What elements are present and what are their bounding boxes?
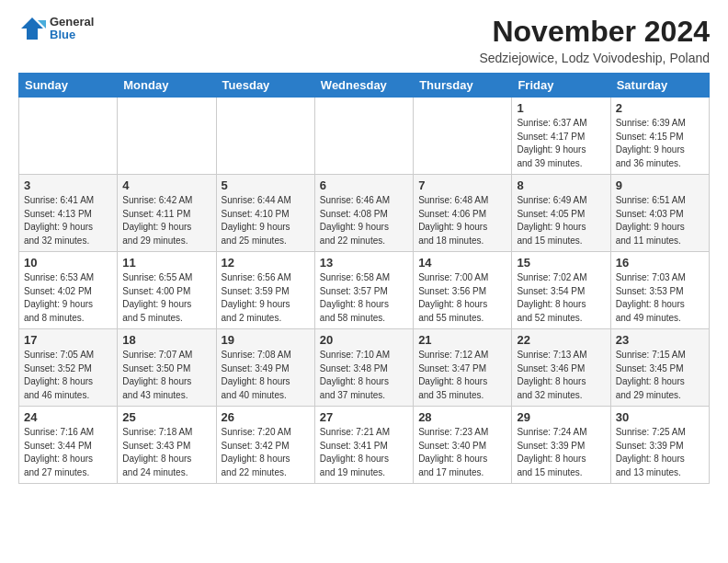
table-row: 11Sunrise: 6:55 AM Sunset: 4:00 PM Dayli… [118, 252, 216, 329]
calendar-week-row: 24Sunrise: 7:16 AM Sunset: 3:44 PM Dayli… [19, 407, 710, 484]
table-row: 23Sunrise: 7:15 AM Sunset: 3:45 PM Dayli… [610, 329, 709, 407]
calendar: Sunday Monday Tuesday Wednesday Thursday… [18, 73, 710, 484]
day-info: Sunrise: 7:16 AM Sunset: 3:44 PM Dayligh… [24, 426, 112, 479]
day-number: 30 [616, 410, 704, 424]
day-number: 3 [24, 178, 112, 192]
day-info: Sunrise: 6:55 AM Sunset: 4:00 PM Dayligh… [122, 271, 210, 325]
day-info: Sunrise: 7:18 AM Sunset: 3:43 PM Dayligh… [122, 426, 210, 479]
day-info: Sunrise: 7:03 AM Sunset: 3:53 PM Dayligh… [616, 271, 704, 325]
logo-icon [18, 15, 46, 42]
table-row: 12Sunrise: 6:56 AM Sunset: 3:59 PM Dayli… [216, 252, 314, 329]
day-info: Sunrise: 7:10 AM Sunset: 3:48 PM Dayligh… [320, 349, 408, 402]
table-row [414, 98, 512, 175]
day-number: 12 [222, 256, 310, 270]
table-row: 13Sunrise: 6:58 AM Sunset: 3:57 PM Dayli… [314, 252, 413, 329]
table-row: 5Sunrise: 6:44 AM Sunset: 4:10 PM Daylig… [216, 175, 314, 252]
day-number: 16 [616, 256, 704, 270]
day-number: 14 [418, 256, 506, 270]
table-row: 17Sunrise: 7:05 AM Sunset: 3:52 PM Dayli… [19, 329, 118, 407]
table-row: 29Sunrise: 7:24 AM Sunset: 3:39 PM Dayli… [512, 407, 610, 484]
day-number: 10 [24, 256, 112, 270]
day-number: 13 [320, 256, 408, 270]
table-row [118, 98, 216, 175]
location: Sedziejowice, Lodz Voivodeship, Poland [479, 51, 710, 65]
day-info: Sunrise: 7:24 AM Sunset: 3:39 PM Dayligh… [517, 426, 605, 479]
header-tuesday: Tuesday [216, 74, 314, 98]
day-info: Sunrise: 7:13 AM Sunset: 3:46 PM Dayligh… [517, 349, 605, 402]
day-info: Sunrise: 6:41 AM Sunset: 4:13 PM Dayligh… [24, 194, 112, 247]
page: General Blue November 2024 Sedziejowice,… [0, 0, 728, 499]
day-number: 23 [616, 333, 704, 347]
logo-text: General Blue [50, 16, 94, 42]
day-number: 26 [222, 410, 310, 424]
day-info: Sunrise: 6:48 AM Sunset: 4:06 PM Dayligh… [418, 194, 506, 247]
table-row: 7Sunrise: 6:48 AM Sunset: 4:06 PM Daylig… [414, 175, 512, 252]
day-number: 28 [418, 410, 506, 424]
table-row: 21Sunrise: 7:12 AM Sunset: 3:47 PM Dayli… [414, 329, 512, 407]
header-friday: Friday [512, 74, 610, 98]
day-number: 18 [122, 333, 210, 347]
day-info: Sunrise: 7:15 AM Sunset: 3:45 PM Dayligh… [616, 349, 704, 402]
table-row: 10Sunrise: 6:53 AM Sunset: 4:02 PM Dayli… [19, 252, 118, 329]
table-row [19, 98, 118, 175]
calendar-week-row: 1Sunrise: 6:37 AM Sunset: 4:17 PM Daylig… [19, 98, 710, 175]
table-row: 3Sunrise: 6:41 AM Sunset: 4:13 PM Daylig… [19, 175, 118, 252]
day-number: 7 [418, 178, 506, 192]
header-monday: Monday [118, 74, 216, 98]
logo: General Blue [18, 15, 94, 42]
day-number: 11 [122, 256, 210, 270]
table-row: 27Sunrise: 7:21 AM Sunset: 3:41 PM Dayli… [314, 407, 413, 484]
day-number: 29 [517, 410, 605, 424]
day-info: Sunrise: 6:37 AM Sunset: 4:17 PM Dayligh… [517, 117, 605, 170]
table-row: 4Sunrise: 6:42 AM Sunset: 4:11 PM Daylig… [118, 175, 216, 252]
table-row: 19Sunrise: 7:08 AM Sunset: 3:49 PM Dayli… [216, 329, 314, 407]
day-number: 8 [517, 178, 605, 192]
day-number: 4 [122, 178, 210, 192]
day-number: 5 [222, 178, 310, 192]
day-info: Sunrise: 7:12 AM Sunset: 3:47 PM Dayligh… [418, 349, 506, 402]
day-info: Sunrise: 6:53 AM Sunset: 4:02 PM Dayligh… [24, 271, 112, 325]
calendar-week-row: 10Sunrise: 6:53 AM Sunset: 4:02 PM Dayli… [19, 252, 710, 329]
day-info: Sunrise: 6:42 AM Sunset: 4:11 PM Dayligh… [122, 194, 210, 247]
day-number: 15 [517, 256, 605, 270]
table-row: 6Sunrise: 6:46 AM Sunset: 4:08 PM Daylig… [314, 175, 413, 252]
table-row: 26Sunrise: 7:20 AM Sunset: 3:42 PM Dayli… [216, 407, 314, 484]
day-info: Sunrise: 7:02 AM Sunset: 3:54 PM Dayligh… [517, 271, 605, 325]
header-thursday: Thursday [414, 74, 512, 98]
day-info: Sunrise: 6:46 AM Sunset: 4:08 PM Dayligh… [320, 194, 408, 247]
title-block: November 2024 Sedziejowice, Lodz Voivode… [479, 15, 710, 65]
day-info: Sunrise: 7:07 AM Sunset: 3:50 PM Dayligh… [122, 349, 210, 402]
table-row: 24Sunrise: 7:16 AM Sunset: 3:44 PM Dayli… [19, 407, 118, 484]
table-row: 30Sunrise: 7:25 AM Sunset: 3:39 PM Dayli… [610, 407, 709, 484]
day-number: 22 [517, 333, 605, 347]
day-number: 17 [24, 333, 112, 347]
table-row [314, 98, 413, 175]
table-row: 8Sunrise: 6:49 AM Sunset: 4:05 PM Daylig… [512, 175, 610, 252]
table-row: 18Sunrise: 7:07 AM Sunset: 3:50 PM Dayli… [118, 329, 216, 407]
day-number: 21 [418, 333, 506, 347]
month-title: November 2024 [479, 15, 710, 49]
day-number: 9 [616, 178, 704, 192]
day-info: Sunrise: 6:39 AM Sunset: 4:15 PM Dayligh… [616, 117, 704, 170]
calendar-week-row: 17Sunrise: 7:05 AM Sunset: 3:52 PM Dayli… [19, 329, 710, 407]
day-info: Sunrise: 7:00 AM Sunset: 3:56 PM Dayligh… [418, 271, 506, 325]
table-row: 20Sunrise: 7:10 AM Sunset: 3:48 PM Dayli… [314, 329, 413, 407]
day-number: 25 [122, 410, 210, 424]
day-info: Sunrise: 6:56 AM Sunset: 3:59 PM Dayligh… [222, 271, 310, 325]
day-info: Sunrise: 6:51 AM Sunset: 4:03 PM Dayligh… [616, 194, 704, 247]
day-number: 2 [616, 101, 704, 115]
logo-blue: Blue [50, 29, 94, 41]
table-row: 14Sunrise: 7:00 AM Sunset: 3:56 PM Dayli… [414, 252, 512, 329]
day-info: Sunrise: 7:20 AM Sunset: 3:42 PM Dayligh… [222, 426, 310, 479]
table-row: 22Sunrise: 7:13 AM Sunset: 3:46 PM Dayli… [512, 329, 610, 407]
logo-general: General [50, 16, 94, 29]
header-saturday: Saturday [610, 74, 709, 98]
header: General Blue November 2024 Sedziejowice,… [18, 15, 710, 65]
day-number: 20 [320, 333, 408, 347]
day-info: Sunrise: 7:08 AM Sunset: 3:49 PM Dayligh… [222, 349, 310, 402]
calendar-week-row: 3Sunrise: 6:41 AM Sunset: 4:13 PM Daylig… [19, 175, 710, 252]
day-number: 19 [222, 333, 310, 347]
table-row: 2Sunrise: 6:39 AM Sunset: 4:15 PM Daylig… [610, 98, 709, 175]
day-info: Sunrise: 6:58 AM Sunset: 3:57 PM Dayligh… [320, 271, 408, 325]
day-info: Sunrise: 6:49 AM Sunset: 4:05 PM Dayligh… [517, 194, 605, 247]
